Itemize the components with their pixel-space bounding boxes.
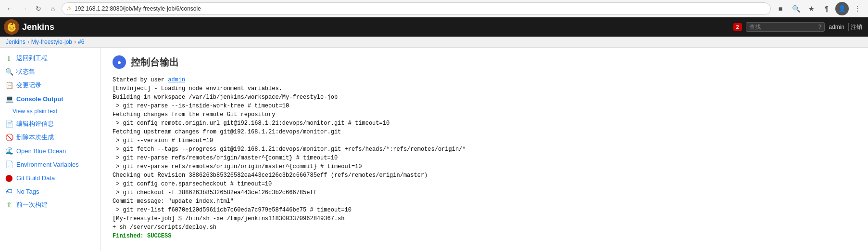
jenkins-logo-text: Jenkins [22,22,54,32]
url-text: 192.168.1.22:8080/job/My-freestyle-job/6… [75,5,201,12]
console-title: ● 控制台输出 [113,55,856,69]
status-icon: 🔍 [5,67,13,76]
extensions-icon[interactable]: ■ [774,2,787,15]
sidebar-label-status: 状态集 [16,67,35,76]
admin-link[interactable]: admin [168,77,185,83]
console-title-icon: ● [113,55,126,69]
address-bar[interactable]: ⚠ 192.168.1.22:8080/job/My-freestyle-job… [62,2,771,15]
prev-icon: ⇧ [5,200,13,209]
sidebar: ⇧ 返回到工程 🔍 状态集 📋 变更记录 💻 Console Output Vi… [0,48,101,251]
jenkins-logo-image: 👶 [4,19,19,35]
logout-button[interactable]: 注销 [848,23,864,31]
breadcrumb-build[interactable]: #6 [78,39,84,45]
forward-button[interactable]: → [18,3,30,14]
console-title-text: 控制台输出 [131,56,179,69]
breadcrumb: Jenkins › My-freestyle-job › #6 [0,37,868,48]
sidebar-label-back: 返回到工程 [16,54,48,63]
bookmark-icon[interactable]: ★ [805,2,818,15]
sidebar-label-env: Environment Variables [16,161,79,168]
lock-icon: ⚠ [67,5,72,12]
home-button[interactable]: ⌂ [47,3,59,14]
breadcrumb-job[interactable]: My-freestyle-job [31,39,72,45]
browser-bar: ← → ↻ ⌂ ⚠ 192.168.1.22:8080/job/My-frees… [0,0,868,17]
back-icon: ⇧ [5,54,13,63]
sidebar-item-console-output[interactable]: 💻 Console Output [0,92,101,106]
jenkins-logo[interactable]: 👶 Jenkins [4,19,54,35]
edit-icon: 📄 [5,119,13,128]
notification-badge[interactable]: 2 [733,23,742,31]
sidebar-item-status-set[interactable]: 🔍 状态集 [0,65,101,79]
console-icon: 💻 [5,94,13,103]
breadcrumb-jenkins[interactable]: Jenkins [6,39,25,45]
sidebar-label-changelog: 变更记录 [16,81,41,90]
sidebar-item-git-build-data[interactable]: ⬤ Git Build Data [0,171,101,185]
sidebar-label-delete: 删除本次生成 [16,133,54,142]
git-icon: ⬤ [5,173,13,182]
console-area: ● 控制台输出 Started by user admin [EnvInject… [101,48,868,251]
back-button[interactable]: ← [4,3,15,14]
sidebar-label-console: Console Output [16,95,63,103]
sidebar-item-back-to-project[interactable]: ⇧ 返回到工程 [0,52,101,65]
delete-icon: 🚫 [5,133,13,142]
jenkins-header: 👶 Jenkins 2 ? admin 注销 [0,17,868,37]
env-icon: 📄 [5,160,13,169]
refresh-button[interactable]: ↻ [33,3,44,14]
zoom-icon[interactable]: 🔍 [789,2,803,15]
search-input[interactable] [749,24,817,30]
profile-icon[interactable]: 👤 [835,2,849,15]
sidebar-item-prev-build[interactable]: ⇧ 前一次构建 [0,198,101,211]
sidebar-label-plain: View as plain text [13,108,57,115]
sidebar-item-change-log[interactable]: 📋 变更记录 [0,79,101,92]
console-output: Started by user admin [EnvInject] - Load… [113,76,856,240]
sidebar-item-no-tags[interactable]: 🏷 No Tags [0,185,101,198]
sidebar-item-delete-build[interactable]: 🚫 删除本次生成 [0,131,101,144]
sidebar-label-ocean: Open Blue Ocean [16,147,66,155]
breadcrumb-sep-1: › [27,39,29,45]
breadcrumb-sep-2: › [74,39,76,45]
user-link[interactable]: admin [829,24,844,30]
search-box: ? [746,22,825,32]
header-user[interactable]: admin [825,24,848,30]
menu-icon[interactable]: ⋮ [851,2,864,15]
changelog-icon: 📋 [5,81,13,90]
sidebar-label-edit: 编辑构评信息 [16,119,54,128]
sidebar-item-open-blue-ocean[interactable]: 🌊 Open Blue Ocean [0,144,101,158]
search-help-button[interactable]: ? [818,24,822,30]
tag-icon: 🏷 [5,187,13,196]
sidebar-item-edit-note[interactable]: 📄 编辑构评信息 [0,117,101,131]
sidebar-label-git: Git Build Data [16,174,55,182]
ocean-icon: 🌊 [5,146,13,155]
main-layout: ⇧ 返回到工程 🔍 状态集 📋 变更记录 💻 Console Output Vi… [0,48,868,251]
sidebar-label-prev: 前一次构建 [16,200,48,209]
sidebar-label-tags: No Tags [16,188,39,195]
sidebar-item-view-plain-text[interactable]: View as plain text [0,106,101,117]
reader-icon[interactable]: ¶ [820,2,833,15]
sidebar-item-env-variables[interactable]: 📄 Environment Variables [0,158,101,171]
browser-actions: ■ 🔍 ★ ¶ 👤 ⋮ [774,2,864,15]
